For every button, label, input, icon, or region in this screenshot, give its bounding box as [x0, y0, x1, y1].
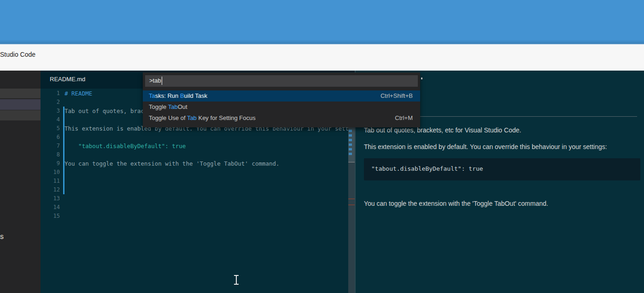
- keybinding-label: Ctrl+Shift+B: [381, 90, 413, 102]
- line-number: 15: [41, 212, 60, 221]
- explorer-sidebar: S: [0, 71, 41, 293]
- line-number: 10: [41, 168, 60, 177]
- palette-item-toggle-tabout[interactable]: Toggle TabOut: [143, 102, 420, 113]
- palette-item-toggle-tab-key-focus[interactable]: Toggle Use of Tab Key for Setting Focus …: [143, 113, 420, 124]
- preview-code-text: "tabout.disableByDefault": true: [371, 165, 483, 172]
- line-number: 4: [41, 115, 60, 124]
- line-number: 7: [41, 142, 60, 150]
- palette-item-tasks-run-build-task[interactable]: Tasks: Run Build Task Ctrl+Shift+B: [143, 90, 420, 102]
- editor-line: 14: [41, 203, 355, 212]
- line-number: 3: [41, 107, 60, 115]
- overview-ruler-mark: [349, 130, 352, 132]
- editor-line: 12: [41, 185, 355, 194]
- overview-ruler-mark: [349, 148, 352, 150]
- explorer-item[interactable]: [0, 89, 41, 98]
- line-number: 1: [41, 89, 60, 98]
- overview-ruler-mark: [349, 153, 352, 155]
- explorer-icon-fragment: S: [0, 234, 4, 240]
- command-palette-input[interactable]: >tab: [145, 75, 418, 87]
- line-number: 5: [41, 124, 60, 133]
- window-title: Studio Code: [0, 51, 35, 58]
- preview-paragraph: Tab out of quotes, brackets, etc for Vis…: [364, 126, 521, 134]
- line-number: 6: [41, 133, 60, 142]
- overview-ruler-mark: [349, 144, 352, 146]
- editor-line: 7 "tabout.disableByDefault": true: [41, 142, 355, 150]
- tab-readme[interactable]: README.md: [41, 71, 119, 89]
- command-query-text: >tab: [149, 77, 161, 84]
- overview-ruler-cursor-mark: [348, 198, 355, 199]
- line-number: 9: [41, 159, 60, 168]
- overview-ruler-mark: [349, 139, 352, 141]
- editor-line: 15: [41, 212, 355, 221]
- background-window: [0, 0, 644, 45]
- text-caret: [162, 77, 162, 85]
- overview-ruler-cursor-mark: [348, 204, 355, 205]
- command-palette: >tab Tasks: Run Build Task Ctrl+Shift+B …: [143, 72, 420, 127]
- line-number: 14: [41, 203, 60, 212]
- keybinding-label: Ctrl+M: [395, 113, 413, 124]
- overview-ruler-mark: [349, 134, 352, 137]
- line-number: 8: [41, 150, 60, 159]
- editor-line: 8: [41, 150, 355, 159]
- preview-paragraph: You can toggle the extension with the 'T…: [364, 200, 548, 207]
- tab-readme-label: README.md: [50, 76, 85, 83]
- editor-line: 13: [41, 194, 355, 203]
- explorer-item-selected[interactable]: [0, 99, 41, 110]
- explorer-item[interactable]: [0, 110, 41, 120]
- vscode-titlebar: Studio Code: [0, 45, 644, 71]
- editor-line: 6: [41, 133, 355, 142]
- preview-paragraph: This extension is enabled by default. Yo…: [364, 143, 607, 150]
- editor-line: 10: [41, 168, 355, 177]
- preview-tab-remnant-dot: [421, 78, 422, 79]
- screenshot-root: Studio Code S README.md 1# README 2 3Tab…: [0, 0, 644, 293]
- line-number: 12: [41, 185, 60, 194]
- editor-line: 9You can toggle the extension with the '…: [41, 159, 355, 168]
- line-number: 13: [41, 194, 60, 203]
- line-number: 2: [41, 98, 60, 107]
- preview-code-block: "tabout.disableByDefault": true: [364, 158, 640, 180]
- line-number: 11: [41, 177, 60, 185]
- modified-lines-indicator: [63, 107, 64, 194]
- editor-line: 11: [41, 177, 355, 185]
